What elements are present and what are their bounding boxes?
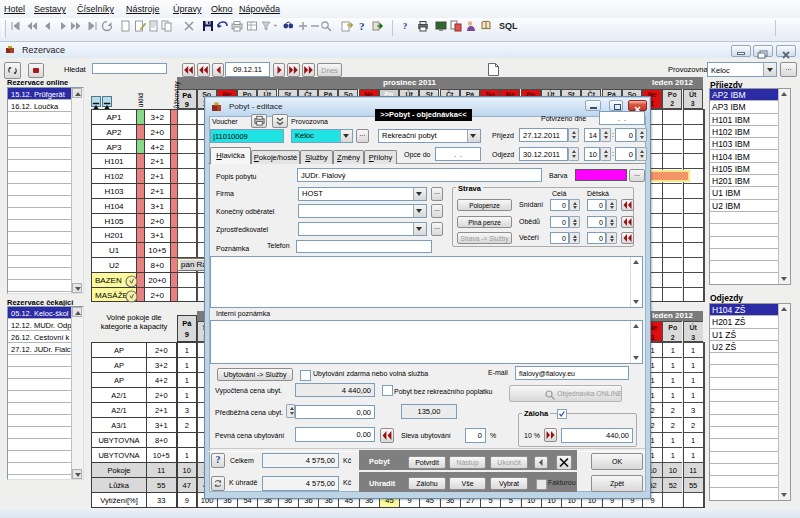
svg-text:?: ? xyxy=(359,20,365,32)
svg-text:?: ? xyxy=(403,21,408,31)
